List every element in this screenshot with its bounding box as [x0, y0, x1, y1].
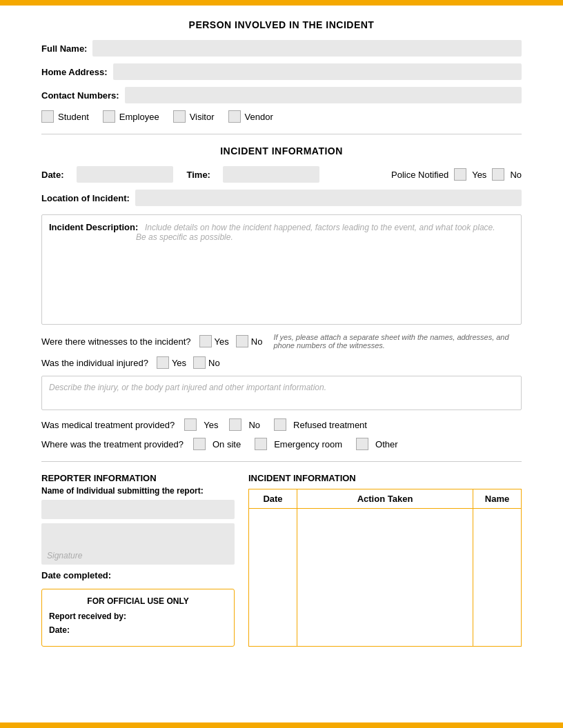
description-box[interactable]: Incident Description: Include details on… — [41, 214, 522, 325]
witness-question: Were there witnesses to the incident? — [41, 336, 191, 347]
employee-checkbox[interactable] — [103, 110, 115, 123]
col-date: Date — [249, 489, 297, 509]
action-table: Date Action Taken Name — [248, 489, 522, 647]
on-site-checkbox[interactable] — [193, 438, 206, 450]
official-use-box: FOR OFFICIAL USE ONLY Report received by… — [41, 589, 235, 647]
refused-checkbox[interactable] — [274, 418, 286, 431]
home-address-input[interactable] — [113, 63, 522, 80]
person-section-title: PERSON INVOLVED IN THE INCIDENT — [41, 19, 522, 30]
received-by-row: Report received by: — [49, 611, 227, 621]
reporter-name-input[interactable] — [41, 500, 235, 519]
full-name-input[interactable] — [92, 40, 522, 57]
reporter-section: REPORTER INFORMATION Name of Individual … — [41, 473, 235, 647]
visitor-checkbox[interactable] — [173, 110, 186, 123]
date-label: Date: — [41, 170, 64, 180]
injured-no-checkbox[interactable] — [193, 356, 206, 369]
treatment-yes-label: Yes — [204, 420, 218, 430]
vendor-label: Vendor — [245, 112, 273, 122]
treatment-yes-checkbox[interactable] — [184, 418, 197, 431]
description-placeholder-line2: Be as specific as possible. — [136, 232, 514, 242]
action-name-cell-1[interactable] — [473, 509, 522, 647]
witness-no-checkbox[interactable] — [236, 335, 248, 347]
student-checkbox-group: Student — [41, 110, 89, 123]
action-row-1 — [249, 509, 522, 647]
official-date-label: Date: — [49, 625, 70, 635]
signature-box[interactable]: Signature — [41, 523, 235, 565]
col-name: Name — [473, 489, 522, 509]
police-notified-label: Police Notified — [391, 170, 448, 180]
treatment-location-row: Where was the treatment provided? On sit… — [41, 438, 522, 450]
description-placeholder: Include details on how the incident happ… — [145, 223, 495, 232]
home-address-label: Home Address: — [41, 67, 108, 77]
refused-label: Refused treatment — [293, 420, 367, 430]
treatment-location-question: Where was the treatment provided? — [41, 439, 184, 449]
injury-box[interactable]: Describe the injury, or the body part in… — [41, 376, 522, 410]
signature-placeholder: Signature — [47, 551, 82, 560]
police-no-label: No — [510, 170, 522, 180]
action-date-cell-1[interactable] — [249, 509, 297, 647]
injured-row: Was the individual injured? Yes No — [41, 356, 522, 369]
description-first-line: Incident Description: Include details on… — [49, 222, 514, 232]
reporter-title: REPORTER INFORMATION — [41, 473, 235, 483]
official-use-title: FOR OFFICIAL USE ONLY — [49, 596, 227, 606]
emergency-room-label: Emergency room — [274, 439, 342, 449]
description-label: Incident Description: — [49, 222, 138, 232]
employee-checkbox-group: Employee — [103, 110, 159, 123]
contact-numbers-row: Contact Numbers: — [41, 87, 522, 103]
visitor-checkbox-group: Visitor — [173, 110, 215, 123]
vendor-checkbox[interactable] — [228, 110, 241, 123]
date-completed-row: Date completed: — [41, 570, 235, 580]
treatment-no-label: No — [248, 420, 260, 430]
action-taken-cell-1[interactable] — [297, 509, 473, 647]
student-label: Student — [58, 112, 89, 122]
witness-no-label: No — [251, 336, 263, 347]
vendor-checkbox-group: Vendor — [228, 110, 273, 123]
student-checkbox[interactable] — [41, 110, 54, 123]
full-name-row: Full Name: — [41, 40, 522, 57]
police-no-checkbox[interactable] — [492, 168, 504, 181]
date-input[interactable] — [77, 166, 173, 183]
injured-question: Was the individual injured? — [41, 358, 148, 368]
person-type-row: Student Employee Visitor Vendor — [41, 110, 522, 123]
employee-label: Employee — [119, 112, 159, 122]
time-label: Time: — [187, 170, 210, 180]
received-by-label: Report received by: — [49, 611, 126, 621]
injury-placeholder: Describe the injury, or the body part in… — [49, 383, 326, 392]
police-yes-checkbox[interactable] — [454, 168, 466, 181]
visitor-label: Visitor — [190, 112, 215, 122]
location-row: Location of Incident: — [41, 190, 522, 206]
location-input[interactable] — [135, 190, 522, 206]
incident-action-section: INCIDENT INFORMATION Date Action Taken N… — [248, 473, 522, 647]
injured-yes-checkbox[interactable] — [157, 356, 169, 369]
contact-numbers-label: Contact Numbers: — [41, 90, 119, 101]
section-divider-1 — [41, 134, 522, 134]
injured-no-label: No — [208, 358, 220, 368]
col-action: Action Taken — [297, 489, 473, 509]
section-divider-2 — [41, 461, 522, 462]
witness-note: If yes, please attach a separate sheet w… — [273, 333, 522, 350]
official-date-row: Date: — [49, 625, 227, 635]
other-label: Other — [375, 439, 398, 449]
witness-yes-label: Yes — [215, 336, 229, 347]
full-name-label: Full Name: — [41, 43, 87, 54]
date-completed-label: Date completed: — [41, 570, 111, 580]
witness-yes-checkbox[interactable] — [199, 335, 212, 347]
incident-action-title: INCIDENT INFORMATION — [248, 473, 522, 483]
incident-section-title: INCIDENT INFORMATION — [41, 145, 522, 156]
date-time-row: Date: Time: Police Notified Yes No — [41, 166, 522, 183]
bottom-section: REPORTER INFORMATION Name of Individual … — [41, 473, 522, 647]
on-site-label: On site — [213, 439, 241, 449]
treatment-row: Was medical treatment provided? Yes No R… — [41, 418, 522, 431]
injured-yes-label: Yes — [172, 358, 186, 368]
emergency-room-checkbox[interactable] — [255, 438, 267, 450]
time-input[interactable] — [223, 166, 319, 183]
treatment-question: Was medical treatment provided? — [41, 420, 175, 430]
contact-numbers-input[interactable] — [125, 87, 522, 103]
other-checkbox[interactable] — [356, 438, 368, 450]
treatment-no-checkbox[interactable] — [229, 418, 241, 431]
police-yes-label: Yes — [472, 170, 486, 180]
reporter-name-label: Name of Individual submitting the report… — [41, 486, 235, 496]
top-bar — [0, 0, 563, 6]
location-label: Location of Incident: — [41, 193, 130, 203]
home-address-row: Home Address: — [41, 63, 522, 80]
